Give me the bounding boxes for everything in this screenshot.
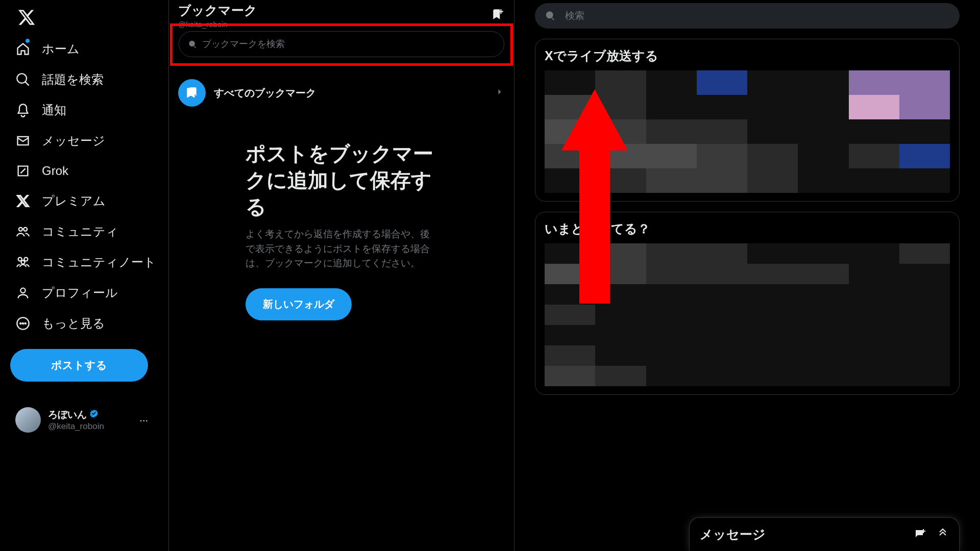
bookmark-search[interactable] (179, 31, 504, 57)
search-icon (188, 40, 197, 49)
verified-icon (89, 409, 99, 421)
nav-label: コミュニティ (42, 223, 118, 240)
nav-label: プロフィール (42, 285, 118, 301)
all-bookmarks-label: すべてのブックマーク (214, 86, 495, 100)
x-logo[interactable] (10, 0, 168, 34)
nav-notifications[interactable]: 通知 (10, 95, 71, 126)
bookmark-folder-icon (178, 79, 206, 107)
nav-more[interactable]: もっと見る (10, 308, 110, 339)
all-bookmarks-row[interactable]: すべてのブックマーク (169, 71, 514, 115)
nav-messages[interactable]: メッセージ (10, 126, 110, 156)
svg-point-3 (24, 322, 27, 324)
main-column: ブックマーク @keita_roboin すべてのブックマーク ポストをブックマ… (168, 0, 514, 551)
account-switcher[interactable]: ろぼいん @keita_roboin ··· (10, 402, 153, 438)
account-name-row: ろぼいん (48, 408, 139, 421)
account-name: ろぼいん (48, 408, 87, 421)
nav-label: Grok (42, 164, 68, 178)
nav-label: コミュニティノート (42, 254, 156, 270)
chevron-right-icon (495, 87, 505, 99)
home-icon (15, 41, 31, 57)
new-message-icon[interactable] (914, 528, 926, 542)
empty-body: よく考えてから返信を作成する場合や、後で表示できるようにポストを保存する場合は、… (246, 227, 434, 271)
more-circle-icon (15, 316, 31, 331)
svg-point-2 (22, 322, 24, 324)
more-icon: ··· (139, 414, 148, 426)
account-handle: @keita_roboin (48, 421, 139, 432)
nav-profile[interactable]: プロフィール (10, 278, 123, 308)
global-search[interactable] (535, 3, 960, 29)
account-meta: ろぼいん @keita_roboin (48, 408, 139, 432)
nav-communities[interactable]: コミュニティ (10, 216, 124, 247)
nav-label: 通知 (42, 102, 66, 118)
nav-community-notes[interactable]: コミュニティノート (10, 247, 161, 278)
messages-drawer-icons (914, 528, 949, 542)
nav-label: 話題を検索 (42, 71, 104, 88)
empty-title: ポストをブックマークに追加して保存する (246, 140, 434, 220)
notification-dot (26, 39, 30, 43)
person-icon (15, 285, 31, 300)
people-icon (15, 224, 31, 239)
messages-drawer[interactable]: メッセージ (689, 517, 960, 551)
nav-explore[interactable]: 話題を検索 (10, 64, 109, 95)
nav-label: メッセージ (42, 133, 105, 149)
new-folder-button[interactable]: 新しいフォルダ (246, 288, 352, 320)
post-button[interactable]: ポストする (10, 349, 148, 382)
envelope-icon (15, 133, 31, 148)
people-icon (15, 255, 31, 270)
nav-grok[interactable]: Grok (10, 156, 74, 186)
svg-point-1 (20, 322, 22, 324)
avatar (15, 407, 41, 433)
search-icon (15, 72, 31, 87)
nav-home[interactable]: ホーム (10, 34, 85, 64)
bookmark-search-input[interactable] (202, 39, 495, 49)
nav-premium[interactable]: プレミアム (10, 186, 111, 216)
annotation-highlight-box (170, 23, 513, 66)
left-sidebar: ホーム 話題を検索 通知 メッセージ Grok プレミアム コミュニティ コミ (0, 0, 168, 551)
bell-icon (15, 103, 31, 118)
add-bookmark-folder-icon[interactable] (492, 8, 505, 23)
empty-state: ポストをブックマークに追加して保存する よく考えてから返信を作成する場合や、後で… (169, 115, 434, 320)
annotation-arrow (561, 89, 628, 306)
nav-list: ホーム 話題を検索 通知 メッセージ Grok プレミアム コミュニティ コミ (10, 34, 168, 339)
nav-label: プレミアム (42, 193, 106, 209)
global-search-input[interactable] (565, 10, 949, 21)
svg-marker-4 (561, 89, 628, 304)
expand-drawer-icon[interactable] (937, 528, 949, 542)
messages-drawer-title: メッセージ (700, 526, 766, 543)
live-panel-title: Xでライブ放送する (545, 47, 950, 64)
nav-label: もっと見る (42, 315, 105, 332)
search-icon (545, 10, 556, 21)
x-icon (15, 193, 31, 209)
grok-icon (15, 163, 31, 179)
page-title: ブックマーク (178, 2, 257, 19)
nav-label: ホーム (42, 41, 80, 57)
